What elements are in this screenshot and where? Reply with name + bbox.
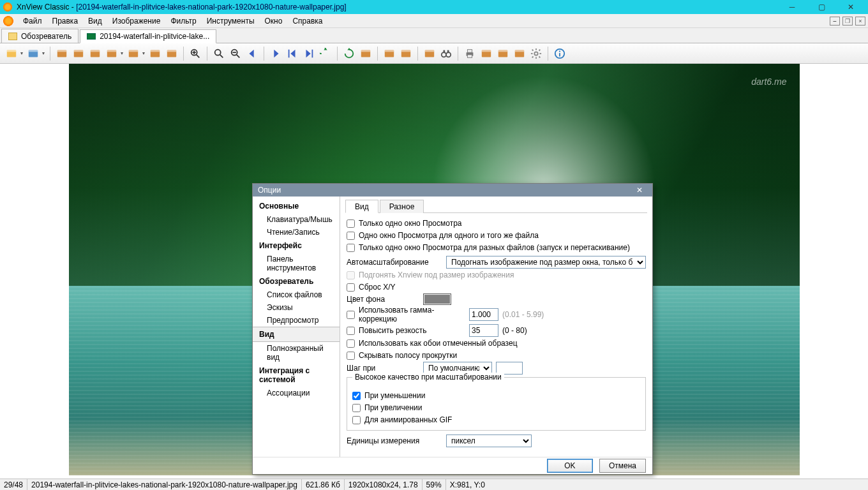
- crop-selection-icon[interactable]: [398, 46, 414, 61]
- menu-Окно[interactable]: Окно: [260, 15, 288, 27]
- svg-line-58: [532, 56, 534, 57]
- label: Использовать как обои отмеченный образец: [359, 339, 518, 348]
- menu-Изображение[interactable]: Изображение: [107, 15, 166, 27]
- nav-Предпросмотр[interactable]: Предпросмотр: [253, 314, 340, 327]
- set-wallpaper-icon[interactable]: [479, 46, 494, 61]
- nav-Полноэкранный вид[interactable]: Полноэкранный вид: [253, 342, 340, 364]
- nav-Клавиатура/Мышь[interactable]: Клавиатура/Мышь: [253, 213, 340, 226]
- dialog-content: Вид Разное Только одно окно Просмотра Од…: [340, 197, 652, 457]
- inner-tab-view[interactable]: Вид: [345, 200, 378, 213]
- chk-hide-scroll[interactable]: Скрывать полосу прокрутки: [347, 351, 457, 360]
- rotate-cw-icon[interactable]: [341, 46, 357, 61]
- chk-sharpen[interactable]: Повысить резкость: [347, 326, 465, 335]
- fit-window-icon[interactable]: [382, 46, 397, 61]
- save-page-icon[interactable]: [54, 46, 70, 61]
- nav-Основные[interactable]: Основные: [253, 199, 340, 213]
- first-icon[interactable]: [285, 46, 300, 61]
- last-icon[interactable]: [301, 46, 317, 61]
- chk-hq-up[interactable]: При увеличении: [352, 403, 423, 412]
- cancel-button[interactable]: Отмена: [599, 459, 646, 473]
- menu-Правка[interactable]: Правка: [47, 15, 84, 27]
- tab-image[interactable]: 20194-waterfall-in-plitvice-lake...: [80, 29, 216, 43]
- convert-icon[interactable]: [71, 46, 86, 61]
- menubar-app-icon: [3, 15, 14, 27]
- slideshow-dropdown[interactable]: ▾: [119, 50, 124, 56]
- menu-Фильтр[interactable]: Фильтр: [165, 15, 201, 27]
- chk-one-view-diff-files[interactable]: Только одно окно Просмотра для разных фа…: [347, 243, 630, 252]
- chk-wallpaper-sample[interactable]: Использовать как обои отмеченный образец: [347, 339, 518, 348]
- nav-Чтение/Запись[interactable]: Чтение/Запись: [253, 226, 340, 239]
- capture-options-dropdown[interactable]: ▾: [141, 50, 146, 56]
- compare-icon[interactable]: [147, 46, 163, 61]
- rotate-ccw-icon[interactable]: [318, 46, 333, 61]
- save-dropdown[interactable]: ▾: [41, 50, 46, 56]
- next-icon[interactable]: [268, 46, 283, 61]
- mdi-close[interactable]: ×: [855, 17, 865, 26]
- fieldset-legend: Высокое качество при масштабировании: [352, 373, 504, 382]
- chk-one-view-same-file[interactable]: Одно окно Просмотра для одного и того же…: [347, 231, 539, 240]
- field-gamma[interactable]: [469, 308, 498, 321]
- nav-Эскизы[interactable]: Эскизы: [253, 301, 340, 314]
- chk-hq-down[interactable]: При уменьшении: [352, 391, 425, 400]
- label-step: Шаг при: [347, 364, 419, 373]
- capture-options-icon[interactable]: [126, 46, 141, 61]
- folder-open-dropdown[interactable]: ▾: [19, 50, 24, 56]
- camera-capture-icon[interactable]: [512, 46, 527, 61]
- folder-open-icon[interactable]: [4, 46, 19, 61]
- nav-Обозреватель[interactable]: Обозреватель: [253, 274, 340, 288]
- zoom-out-icon[interactable]: [228, 46, 243, 61]
- dialog-close[interactable]: ✕: [632, 184, 647, 197]
- title-prefix: XnView Classic -: [17, 3, 76, 11]
- nav-Вид[interactable]: Вид: [253, 327, 340, 342]
- info-icon[interactable]: [552, 46, 567, 61]
- dialog-titlebar[interactable]: Опции ✕: [253, 184, 652, 197]
- hex-icon[interactable]: [164, 46, 179, 61]
- field-sharpen[interactable]: [469, 324, 498, 337]
- chk-only-one-view[interactable]: Только одно окно Просмотра: [347, 219, 462, 228]
- status-filename: 20194-waterfall-in-plitvice-lakes-nation…: [27, 479, 302, 490]
- mdi-minimize[interactable]: ‒: [830, 17, 840, 26]
- svg-point-38: [446, 52, 451, 57]
- print-icon[interactable]: [462, 46, 477, 61]
- nav-Список файлов[interactable]: Список файлов: [253, 288, 340, 301]
- svg-rect-30: [361, 50, 370, 52]
- nav-Интерфейс[interactable]: Интерфейс: [253, 239, 340, 253]
- settings-icon[interactable]: [528, 46, 544, 61]
- properties-icon[interactable]: [495, 46, 511, 61]
- binoculars-icon[interactable]: [438, 46, 454, 61]
- menu-Справка[interactable]: Справка: [287, 15, 327, 27]
- mdi-restore[interactable]: ❐: [842, 17, 853, 26]
- tab-browser[interactable]: Обозреватель: [1, 29, 79, 43]
- svg-rect-32: [385, 50, 394, 52]
- chk-gamma[interactable]: Использовать гамма-коррекцию: [347, 306, 465, 323]
- svg-point-37: [442, 52, 446, 57]
- menu-Файл[interactable]: Файл: [18, 15, 47, 27]
- menu-Вид[interactable]: Вид: [83, 15, 107, 27]
- window-maximize[interactable]: ▢: [807, 0, 836, 14]
- toolbar-separator: [377, 47, 378, 61]
- statusbar: 29/48 20194-waterfall-in-plitvice-lakes-…: [0, 479, 868, 490]
- scan-icon[interactable]: [87, 46, 103, 61]
- chk-hq-gif[interactable]: Для анимированных GIF: [352, 415, 452, 424]
- fit-screen-icon[interactable]: [358, 46, 373, 61]
- select-autozoom[interactable]: Подогнать изображение под размер окна, т…: [446, 256, 646, 269]
- bgcolor-swatch[interactable]: [423, 293, 451, 305]
- window-close[interactable]: ✕: [836, 0, 865, 14]
- nav-Панель инструментов[interactable]: Панель инструментов: [253, 253, 340, 274]
- window-minimize[interactable]: ─: [777, 0, 807, 14]
- select-all-icon[interactable]: [422, 46, 437, 61]
- save-icon[interactable]: [26, 46, 41, 61]
- image-viewport[interactable]: dart6.me Опции ✕ ОсновныеКлавиатура/Мышь…: [0, 64, 868, 479]
- nav-Интеграция с системой[interactable]: Интеграция с системой: [253, 364, 340, 387]
- zoom-fit-icon[interactable]: [211, 46, 227, 61]
- inner-tab-misc[interactable]: Разное: [380, 200, 424, 213]
- chk-reset-xy[interactable]: Сброс X/Y: [347, 283, 396, 292]
- ok-button[interactable]: OK: [547, 459, 593, 473]
- zoom-in-icon[interactable]: [188, 46, 203, 61]
- nav-Ассоциации[interactable]: Ассоциации: [253, 387, 340, 399]
- menu-Инструменты[interactable]: Инструменты: [202, 15, 260, 27]
- prev-icon[interactable]: [244, 46, 260, 61]
- select-units[interactable]: пиксел: [446, 434, 532, 447]
- slideshow-icon[interactable]: [104, 46, 119, 61]
- svg-rect-28: [312, 49, 313, 57]
